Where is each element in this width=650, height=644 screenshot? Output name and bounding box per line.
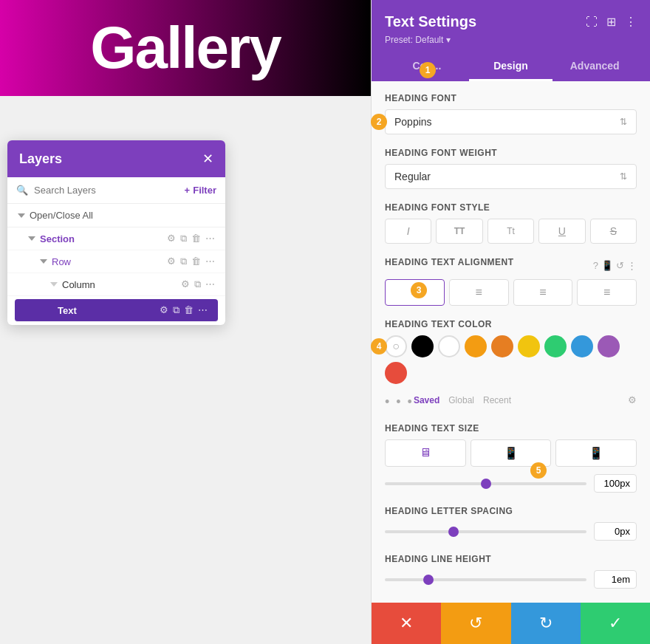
- settings-icon[interactable]: ⚙: [167, 256, 176, 267]
- capitalize-button[interactable]: Tt: [488, 219, 534, 244]
- panel-title: Text Settings: [385, 13, 476, 30]
- red-color-swatch[interactable]: [385, 362, 407, 384]
- blue-color-swatch[interactable]: [571, 335, 593, 357]
- dark-orange-color-swatch[interactable]: [491, 335, 513, 357]
- delete-icon[interactable]: 🗑: [184, 304, 194, 316]
- green-color-swatch[interactable]: [544, 335, 567, 357]
- gallery-title: Gallery: [90, 14, 280, 82]
- layer-item-row[interactable]: Row ⚙ ⧉ 🗑 ⋯: [7, 250, 225, 273]
- delete-icon[interactable]: 🗑: [191, 233, 201, 244]
- color-tab-global[interactable]: Global: [448, 395, 474, 405]
- yellow-color-swatch[interactable]: [518, 335, 540, 357]
- layers-search-input[interactable]: [34, 185, 179, 196]
- color-settings-icon[interactable]: ⚙: [628, 394, 637, 405]
- duplicate-icon[interactable]: ⧉: [173, 304, 179, 316]
- color-tab-saved[interactable]: Saved: [414, 395, 439, 405]
- heading-font-weight-section: Heading Font Weight Regular ⇅: [385, 148, 637, 189]
- text-icons: ⚙ ⧉ 🗑 ⋯: [160, 304, 208, 316]
- tab-design[interactable]: Design: [469, 52, 553, 81]
- more-icon[interactable]: ⋯: [205, 256, 215, 267]
- more-icon[interactable]: ⋯: [205, 278, 215, 290]
- line-height-slider[interactable]: [385, 578, 586, 581]
- preset-label[interactable]: Preset: Default ▾: [385, 35, 637, 45]
- align-center-button[interactable]: ≡: [449, 279, 509, 306]
- confirm-footer-button[interactable]: ✓: [581, 603, 650, 644]
- black-color-swatch[interactable]: [411, 335, 434, 357]
- tab-advanced[interactable]: Advanced: [552, 52, 637, 81]
- desktop-device-button[interactable]: 🖥: [385, 439, 466, 467]
- reset-icon[interactable]: ↺: [616, 260, 624, 271]
- layer-item-section[interactable]: Section ⚙ ⧉ 🗑 ⋯: [7, 227, 225, 250]
- heading-line-height-section: Heading Line Height 1em: [385, 554, 637, 589]
- color-tabs: Saved Global Recent ⚙: [414, 394, 637, 405]
- filter-label: Filter: [193, 185, 216, 196]
- line-height-slider-row: 1em: [385, 570, 637, 589]
- row-label: Row: [52, 256, 162, 267]
- heading-font-weight-label: Heading Font Weight: [385, 148, 637, 158]
- redo-footer-button[interactable]: ↻: [511, 603, 581, 644]
- settings-footer: ✕ ↺ ↻ ✓: [372, 603, 650, 644]
- letter-spacing-slider[interactable]: [385, 530, 586, 533]
- weight-value: Regular: [394, 171, 431, 182]
- alignment-extra-icons: ? 📱 ↺ ⋮: [593, 260, 637, 271]
- underline-button[interactable]: U: [538, 219, 585, 244]
- open-close-all[interactable]: Open/Close All: [7, 204, 225, 227]
- undo-footer-button[interactable]: ↺: [441, 603, 510, 644]
- undo-icon: ↺: [469, 614, 482, 633]
- more-options-icon[interactable]: ⋮: [625, 15, 637, 29]
- heading-letter-spacing-section: Heading Letter Spacing 0px: [385, 506, 637, 541]
- heading-font-weight-select[interactable]: Regular ⇅: [385, 164, 637, 189]
- line-height-value[interactable]: 1em: [594, 570, 637, 589]
- mobile-icon[interactable]: 📱: [601, 260, 613, 271]
- orange-color-swatch[interactable]: [465, 335, 487, 357]
- align-right-button[interactable]: ≡: [513, 279, 573, 306]
- italic-button[interactable]: I: [385, 219, 431, 244]
- section-icons: ⚙ ⧉ 🗑 ⋯: [167, 233, 215, 244]
- heading-text-color-section: Heading Text Color ○ • • • Saved Global …: [385, 319, 637, 410]
- duplicate-icon[interactable]: ⧉: [180, 233, 187, 244]
- layer-item-column[interactable]: Column ⚙ ⧉ ⋯: [7, 273, 225, 296]
- color-tab-recent[interactable]: Recent: [483, 395, 511, 405]
- layers-header: Layers ✕: [7, 140, 225, 177]
- size-slider[interactable]: [385, 482, 586, 485]
- text-settings-panel: Text Settings ⛶ ⊞ ⋮ Preset: Default ▾ Co…: [371, 0, 650, 644]
- layer-item-text[interactable]: Text ⚙ ⧉ 🗑 ⋯: [15, 299, 218, 322]
- heading-font-select[interactable]: Poppins ⇅: [385, 109, 637, 134]
- heading-font-label: Heading Font: [385, 93, 637, 103]
- fullscreen-icon[interactable]: ⛶: [586, 16, 598, 29]
- filter-button[interactable]: + Filter: [185, 185, 216, 196]
- layers-close-button[interactable]: ✕: [202, 151, 213, 167]
- badge-4: 4: [371, 338, 387, 354]
- delete-icon[interactable]: 🗑: [191, 256, 201, 267]
- options-icon[interactable]: ⋮: [627, 260, 637, 271]
- badge-3: 3: [411, 282, 427, 298]
- transparent-color-swatch[interactable]: ○: [385, 335, 407, 357]
- settings-icon[interactable]: ⚙: [167, 233, 176, 244]
- more-icon[interactable]: ⋯: [198, 304, 208, 316]
- tab-design-label: Design: [493, 60, 528, 72]
- heading-text-color-label: Heading Text Color: [385, 319, 637, 329]
- badge-1: 1: [420, 62, 436, 78]
- white-color-swatch[interactable]: [438, 335, 460, 357]
- duplicate-icon[interactable]: ⧉: [180, 256, 187, 267]
- align-justify-button[interactable]: ≡: [577, 279, 637, 306]
- settings-icon[interactable]: ⚙: [160, 304, 168, 316]
- select-arrow-icon: ⇅: [620, 171, 627, 182]
- settings-icon[interactable]: ⚙: [181, 278, 190, 290]
- purple-color-swatch[interactable]: [598, 335, 620, 357]
- layers-search-bar: 🔍 + Filter: [7, 177, 225, 204]
- row-icons: ⚙ ⧉ 🗑 ⋯: [167, 256, 215, 267]
- mobile-device-button[interactable]: 📱: [555, 439, 637, 467]
- letter-spacing-value[interactable]: 0px: [594, 522, 637, 541]
- letter-spacing-slider-row: 0px: [385, 522, 637, 541]
- cancel-footer-button[interactable]: ✕: [372, 603, 441, 644]
- allcaps-button[interactable]: TT: [436, 219, 482, 244]
- redo-icon: ↻: [539, 614, 552, 633]
- strikethrough-button[interactable]: S: [590, 219, 637, 244]
- size-value[interactable]: 100px: [594, 474, 637, 493]
- grid-icon[interactable]: ⊞: [606, 15, 616, 29]
- help-icon[interactable]: ?: [593, 260, 598, 271]
- more-colors-button[interactable]: • • •: [385, 394, 414, 410]
- duplicate-icon[interactable]: ⧉: [194, 278, 201, 290]
- more-icon[interactable]: ⋯: [205, 233, 215, 244]
